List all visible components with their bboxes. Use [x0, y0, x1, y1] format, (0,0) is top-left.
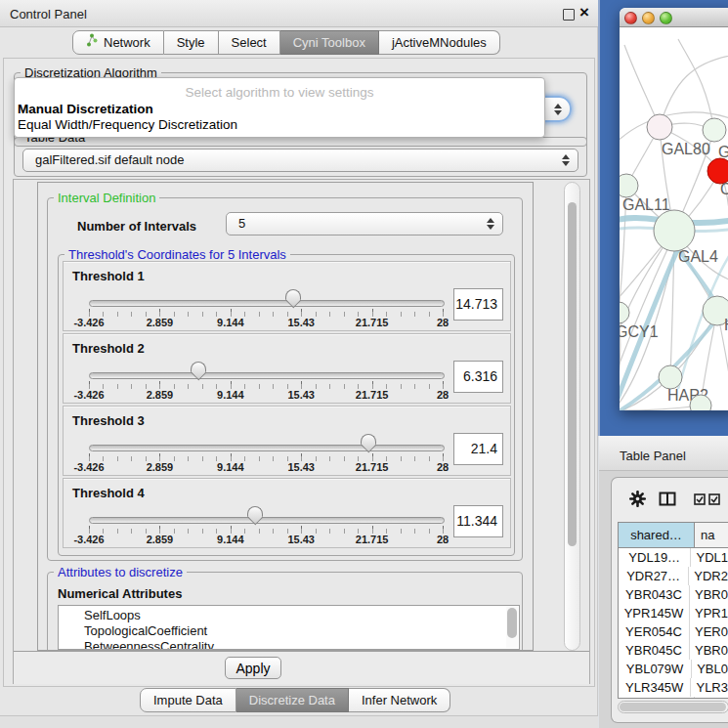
- tick-label: 15.43: [287, 534, 315, 545]
- cell-shared-name[interactable]: YER054C: [619, 622, 690, 641]
- cell-shared-name[interactable]: YDR27…: [619, 567, 689, 585]
- table-row[interactable]: YBR045CYBR0: [619, 641, 728, 660]
- slider-track[interactable]: [89, 517, 445, 524]
- table-row[interactable]: YDL19…YDL1: [619, 548, 728, 567]
- dropdown-hint: Select algorithm to view settings: [15, 85, 544, 100]
- slider-track[interactable]: [89, 300, 445, 307]
- horizontal-scrollbar-thumb[interactable]: [620, 703, 726, 711]
- interval-definition-group: Interval Definition Number of Intervals …: [47, 197, 523, 561]
- tab-style[interactable]: Style: [164, 30, 219, 55]
- table-data-group: Table Data galFiltered.sif default node: [14, 137, 587, 177]
- cell-name[interactable]: YPR1: [690, 604, 728, 622]
- threshold-2-block: Threshold 2 -3.4262.8599.14415.4321.7152…: [63, 333, 511, 404]
- attribute-list-item[interactable]: BetweennessCentrality: [59, 639, 519, 650]
- horizontal-scrollbar[interactable]: [618, 701, 728, 713]
- table-row[interactable]: YPR145WYPR1: [619, 604, 728, 622]
- checkbox-icon[interactable]: [708, 493, 720, 508]
- cell-shared-name[interactable]: YDL19…: [619, 548, 691, 567]
- cell-shared-name[interactable]: YBR045C: [619, 641, 690, 660]
- apply-button[interactable]: Apply: [225, 657, 281, 679]
- cell-name[interactable]: YBL0: [692, 660, 728, 678]
- table-data-select[interactable]: galFiltered.sif default node: [22, 149, 578, 172]
- table-row[interactable]: YIL052CYIL0: [619, 697, 728, 699]
- close-traffic-light[interactable]: [624, 12, 637, 24]
- network-node-gcy1[interactable]: [620, 302, 629, 323]
- dropdown-option-manual-discretization[interactable]: Manual Discretization: [18, 102, 153, 116]
- tab-impute-data[interactable]: Impute Data: [140, 688, 236, 712]
- dropdown-option-equal-width-frequency[interactable]: Equal Width/Frequency Discretization: [18, 117, 237, 132]
- slider-track[interactable]: [89, 372, 445, 379]
- list-scrollbar[interactable]: [506, 607, 518, 648]
- threshold-value-field[interactable]: 11.344: [453, 505, 503, 537]
- cell-name[interactable]: YIL0: [695, 697, 728, 699]
- threshold-label: Threshold 4: [72, 486, 145, 500]
- table-row[interactable]: YLR345WYLR3: [619, 678, 728, 697]
- slider-thumb[interactable]: [191, 362, 206, 382]
- network-node-gal80[interactable]: [647, 114, 672, 140]
- float-window-icon[interactable]: [563, 9, 575, 21]
- cell-shared-name[interactable]: YIL052C: [619, 697, 695, 699]
- table-row[interactable]: YBR043CYBR0: [619, 585, 728, 604]
- tab-network[interactable]: Network: [72, 30, 164, 55]
- checkbox-icon[interactable]: [694, 493, 706, 508]
- tick-label: 28: [437, 389, 449, 401]
- tab-select[interactable]: Select: [219, 30, 280, 55]
- threshold-value-field[interactable]: 6.316: [453, 361, 503, 393]
- attribute-list-item[interactable]: SelfLoops: [59, 608, 519, 623]
- tab-discretize-data[interactable]: Discretize Data: [236, 688, 349, 712]
- tab-jactivemnodules[interactable]: jActiveMNodules: [379, 30, 500, 55]
- threshold-label: Threshold 2: [72, 341, 145, 356]
- network-node-gal11[interactable]: [620, 174, 638, 197]
- close-icon[interactable]: ×: [579, 4, 589, 21]
- threshold-value-field[interactable]: 21.4: [453, 433, 503, 465]
- network-window-titlebar[interactable]: [620, 8, 728, 27]
- tick-label: 28: [437, 534, 449, 545]
- tab-cyni-toolbox[interactable]: Cyni Toolbox: [280, 30, 379, 55]
- table-rows: YDL19…YDL1YDR27…YDR2YBR043CYBR0YPR145WYP…: [619, 548, 728, 699]
- table-row[interactable]: YBL079WYBL0: [619, 660, 728, 678]
- cell-shared-name[interactable]: YBR043C: [619, 585, 690, 604]
- column-header-shared-name[interactable]: shared…: [619, 523, 695, 547]
- cell-shared-name[interactable]: YBL079W: [619, 660, 692, 678]
- tab-infer-network[interactable]: Infer Network: [349, 688, 450, 712]
- number-of-intervals-select[interactable]: 5: [226, 212, 503, 236]
- table-row[interactable]: YDR27…YDR2: [619, 567, 728, 585]
- column-header-name[interactable]: na: [695, 523, 728, 547]
- attributes-to-discretize-group: Attributes to discretize Numerical Attri…: [47, 572, 523, 651]
- attribute-list-item[interactable]: TopologicalCoefficient: [59, 623, 519, 639]
- table-data-selected-value: galFiltered.sif default node: [35, 152, 184, 167]
- threshold-value-field[interactable]: 14.713: [453, 288, 503, 321]
- network-view-window: GAL80GACGAL11GAL4GCY1HHAP2: [620, 8, 728, 410]
- network-node-top-right[interactable]: [703, 118, 726, 142]
- slider-thumb[interactable]: [247, 506, 263, 527]
- list-scrollbar-thumb[interactable]: [507, 608, 517, 638]
- table-panel-header: Table Panel: [599, 436, 728, 471]
- tab-label: Select: [232, 35, 267, 50]
- cell-name[interactable]: YDR2: [689, 567, 728, 585]
- network-canvas[interactable]: GAL80GACGAL11GAL4GCY1HHAP2: [620, 27, 728, 410]
- numerical-attributes-list[interactable]: SelfLoopsTopologicalCoefficientBetweenne…: [58, 605, 520, 650]
- slider-thumb[interactable]: [285, 289, 301, 310]
- cell-name[interactable]: YBR0: [690, 585, 728, 604]
- tab-label: Discretize Data: [249, 693, 335, 707]
- network-node-hap2[interactable]: [659, 365, 682, 389]
- tab-label: Style: [177, 35, 205, 50]
- table-row[interactable]: YER054CYER0: [619, 622, 728, 641]
- minimize-traffic-light[interactable]: [642, 12, 655, 24]
- cell-shared-name[interactable]: YLR345W: [619, 678, 691, 697]
- cell-shared-name[interactable]: YPR145W: [619, 604, 690, 622]
- tick-label: 9.144: [217, 461, 244, 473]
- zoom-traffic-light[interactable]: [660, 12, 672, 24]
- cell-name[interactable]: YBR0: [690, 641, 728, 660]
- vertical-scrollbar[interactable]: [564, 182, 580, 651]
- slider-track[interactable]: [89, 445, 445, 451]
- cell-name[interactable]: YER0: [690, 622, 728, 641]
- slider-thumb[interactable]: [361, 434, 376, 454]
- cell-name[interactable]: YLR3: [691, 678, 728, 697]
- gear-icon[interactable]: [629, 491, 646, 510]
- cell-name[interactable]: YDL1: [691, 548, 728, 567]
- split-columns-icon[interactable]: [659, 492, 676, 509]
- network-node-gal4[interactable]: [654, 210, 695, 251]
- group-label: Threshold's Coordinates for 5 Intervals: [64, 248, 290, 261]
- vertical-scrollbar-thumb[interactable]: [568, 202, 577, 546]
